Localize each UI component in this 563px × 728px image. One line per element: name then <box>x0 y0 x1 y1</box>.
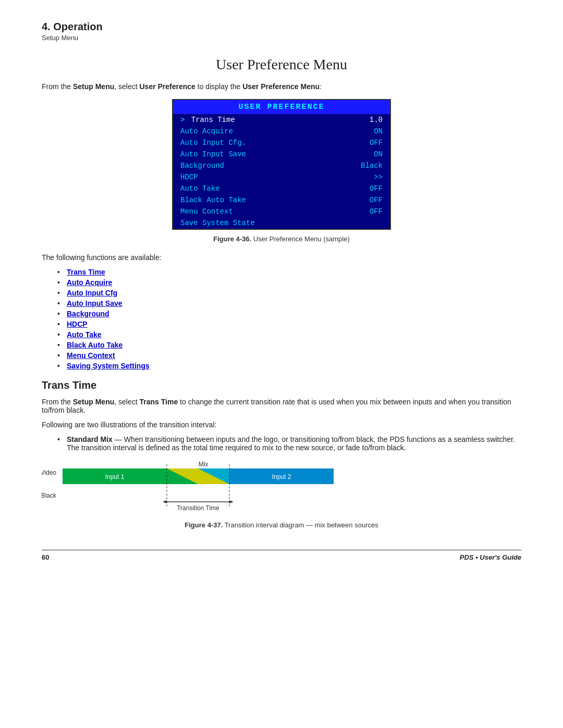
feature-link[interactable]: Auto Input Save <box>67 299 123 307</box>
menu-row-value: >> <box>374 173 383 181</box>
feature-link[interactable]: Background <box>67 310 109 318</box>
list-item[interactable]: Auto Take <box>57 330 521 339</box>
menu-row: Menu Context OFF <box>173 206 390 217</box>
menu-row-label: Save System State <box>180 219 255 227</box>
intro-bold2: User Preference <box>140 82 195 91</box>
list-item[interactable]: Auto Acquire <box>57 278 521 287</box>
menu-row-label: Auto Acquire <box>180 127 233 135</box>
intro-paragraph: From the Setup Menu, select User Prefere… <box>42 82 521 91</box>
feature-link[interactable]: HDCP <box>67 320 88 328</box>
menu-row-value: ON <box>374 150 383 158</box>
trans-bold2: Trans Time <box>140 398 178 406</box>
menu-row-label: Auto Take <box>180 184 220 193</box>
page-number: 60 <box>42 553 49 561</box>
feature-link[interactable]: Trans Time <box>67 268 105 276</box>
input1-label: Input 1 <box>105 473 125 480</box>
trans-time-intro: From the Setup Menu, select Trans Time t… <box>42 398 521 414</box>
feature-link[interactable]: Black Auto Take <box>67 341 123 349</box>
video-label: Video <box>42 469 56 476</box>
feature-link[interactable]: Auto Acquire <box>67 278 112 287</box>
feature-link[interactable]: Auto Take <box>67 330 102 339</box>
menu-row-value: OFF <box>370 139 383 147</box>
black-label: Black <box>42 492 57 499</box>
menu-row-label: Black Auto Take <box>180 196 246 204</box>
intro-bold1: Setup Menu <box>73 82 114 91</box>
menu-row-label: Auto Input Save <box>180 150 246 158</box>
svg-marker-10 <box>229 500 234 503</box>
feature-link[interactable]: Saving System Settings <box>67 362 150 370</box>
list-item[interactable]: Auto Input Save <box>57 299 521 307</box>
trans-time-heading: Trans Time <box>42 379 521 391</box>
input2-label: Input 2 <box>272 473 291 480</box>
figure36-caption: Figure 4-36. User Preference Menu (sampl… <box>42 235 521 243</box>
menu-row-value: OFF <box>370 196 383 204</box>
menu-arrow: > <box>180 116 189 124</box>
menu-row: Black Auto Take OFF <box>173 194 390 206</box>
trans-bold1: Setup Menu <box>73 398 114 406</box>
menu-row: > Trans Time 1.0 <box>173 114 390 126</box>
menu-row-label: HDCP <box>180 173 198 181</box>
menu-row-value: 1.0 <box>370 116 383 124</box>
available-text: The following functions are available: <box>42 253 521 262</box>
menu-row-value: Black <box>361 162 383 170</box>
intro-mid: , select <box>114 82 139 91</box>
menu-row-value: OFF <box>370 207 383 216</box>
feature-link[interactable]: Menu Context <box>67 351 115 360</box>
list-item[interactable]: Auto Input Cfg <box>57 289 521 297</box>
mix-label: Mix <box>199 461 209 468</box>
list-item[interactable]: Menu Context <box>57 351 521 360</box>
standard-mix-text: — When transitioning between inputs and … <box>67 435 515 452</box>
intro-bold3: User Preference Menu <box>242 82 320 91</box>
page-title: User Preference Menu <box>42 56 521 73</box>
figure37-caption: Figure 4-37. Transition interval diagram… <box>42 521 521 529</box>
menu-row-label: Menu Context <box>180 207 233 216</box>
menu-row-value: ON <box>374 127 383 135</box>
page-footer: 60 PDS • User's Guide <box>42 550 521 561</box>
menu-row: Background Black <box>173 160 390 171</box>
product-name: PDS • User's Guide <box>460 553 521 561</box>
transition-time-label: Transition Time <box>177 504 219 512</box>
standard-mix-label: Standard Mix <box>67 435 113 443</box>
menu-row-value: OFF <box>370 184 383 193</box>
menu-row: Auto Input Save ON <box>173 149 390 160</box>
list-item[interactable]: Background <box>57 310 521 318</box>
intro-end: : <box>320 82 322 91</box>
menu-row-label: Background <box>180 162 224 170</box>
list-item[interactable]: HDCP <box>57 320 521 328</box>
user-preference-menu: USER PREFERENCE > Trans Time 1.0 Auto Ac… <box>172 99 391 230</box>
menu-row-label: > Trans Time <box>180 116 235 124</box>
feature-list: Trans TimeAuto AcquireAuto Input CfgAuto… <box>57 268 521 370</box>
intro-suffix: to display the <box>195 82 242 91</box>
svg-marker-9 <box>163 500 167 503</box>
standard-mix-item: Standard Mix — When transitioning betwee… <box>57 435 521 452</box>
menu-row-label: Auto Input Cfg. <box>180 139 246 147</box>
section-subheading: Setup Menu <box>42 34 521 42</box>
menu-title: USER PREFERENCE <box>173 100 390 114</box>
menu-row: Save System State <box>173 217 390 229</box>
following-text: Following are two illustrations of the t… <box>42 421 521 429</box>
list-item[interactable]: Trans Time <box>57 268 521 276</box>
menu-row: Auto Take OFF <box>173 183 390 194</box>
menu-row: HDCP >> <box>173 171 390 183</box>
list-item[interactable]: Saving System Settings <box>57 362 521 370</box>
menu-row: Auto Input Cfg. OFF <box>173 137 390 149</box>
menu-row: Auto Acquire ON <box>173 126 390 137</box>
feature-link[interactable]: Auto Input Cfg <box>67 289 117 297</box>
list-item[interactable]: Black Auto Take <box>57 341 521 349</box>
standard-mix-list: Standard Mix — When transitioning betwee… <box>57 435 521 452</box>
section-heading: 4. Operation <box>42 21 521 33</box>
transition-diagram: Video Black Input 1 Mix Input 2 Transiti… <box>42 460 521 519</box>
